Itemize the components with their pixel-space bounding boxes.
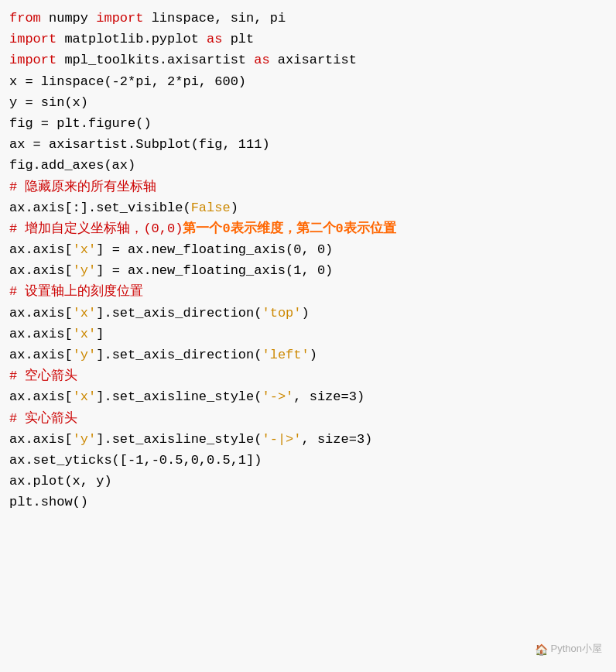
- code-line: ax = axisartist.Subplot(fig, 111): [9, 134, 607, 155]
- code-token: , size=3): [293, 389, 364, 404]
- code-token: 'y': [73, 348, 97, 362]
- code-token: 'y': [73, 432, 97, 447]
- code-line: import matplotlib.pyplot as plt: [9, 29, 607, 50]
- code-token: ax.plot(x, y): [9, 474, 112, 489]
- code-token: ax.axis[: [9, 327, 73, 341]
- code-line: ax.axis[:].set_visible(False): [9, 197, 607, 218]
- code-token: 'x': [73, 389, 97, 404]
- code-token: ]: [96, 327, 104, 341]
- code-token: ax.axis[: [9, 348, 73, 362]
- code-token: fig.add_axes(ax): [9, 158, 135, 173]
- code-token: # 增加自定义坐标轴，(0,0): [9, 221, 183, 236]
- code-token: plt.show(): [9, 495, 88, 509]
- watermark: 🏠 Python小屋: [535, 641, 602, 658]
- code-token: mpl_toolkits.axisartist: [56, 53, 254, 67]
- code-token: ): [231, 201, 238, 215]
- code-token: ].set_axis_direction(: [96, 306, 262, 321]
- code-line: ax.axis['y'].set_axisline_style('-|>', s…: [9, 429, 607, 450]
- code-line: from numpy import linspace, sin, pi: [9, 8, 607, 29]
- code-token: as: [207, 32, 222, 46]
- code-line: ax.axis['x'].set_axis_direction('top'): [9, 303, 607, 324]
- code-token: fig = plt.figure(): [9, 116, 152, 131]
- code-token: # 实心箭头: [9, 411, 77, 426]
- code-token: y = sin(x): [9, 95, 88, 110]
- code-line: ax.axis['x']: [9, 324, 607, 345]
- code-token: 'x': [73, 306, 97, 321]
- code-token: ax.set_yticks([-1,-0.5,0,0.5,1]): [9, 453, 262, 468]
- code-token: axisartist: [270, 53, 357, 67]
- code-token: ax = axisartist.Subplot(fig, 111): [9, 137, 270, 152]
- watermark-text: Python小屋: [551, 641, 602, 657]
- code-token: '->': [262, 389, 293, 404]
- code-token: plt: [222, 32, 254, 46]
- code-token: from: [9, 11, 41, 26]
- code-token: ax.axis[: [9, 242, 73, 257]
- code-line: fig.add_axes(ax): [9, 155, 607, 176]
- code-token: , size=3): [302, 432, 373, 447]
- code-line: # 设置轴上的刻度位置: [9, 281, 607, 302]
- code-token: ] = ax.new_floating_axis(1, 0): [96, 263, 333, 278]
- code-token: ].set_axis_direction(: [96, 348, 262, 362]
- code-token: matplotlib.pyplot: [56, 32, 207, 46]
- code-line: ax.axis['y'] = ax.new_floating_axis(1, 0…: [9, 260, 607, 281]
- code-token: # 空心箭头: [9, 369, 77, 383]
- code-line: y = sin(x): [9, 92, 607, 113]
- code-line: ax.plot(x, y): [9, 471, 607, 492]
- code-line: # 隐藏原来的所有坐标轴: [9, 177, 607, 197]
- code-token: ax.axis[: [9, 263, 73, 278]
- code-token: # 设置轴上的刻度位置: [9, 284, 143, 299]
- code-line: import mpl_toolkits.axisartist as axisar…: [9, 50, 607, 70]
- code-token: ax.axis[:].set_visible(: [9, 201, 191, 215]
- code-token: # 隐藏原来的所有坐标轴: [9, 180, 156, 194]
- code-container: from numpy import linspace, sin, piimpor…: [0, 0, 616, 672]
- code-token: ] = ax.new_floating_axis(0, 0): [96, 242, 333, 257]
- code-line: ax.axis['x'] = ax.new_floating_axis(0, 0…: [9, 239, 607, 260]
- code-token: 'left': [262, 348, 309, 362]
- code-token: numpy: [41, 11, 96, 26]
- code-token: ax.axis[: [9, 432, 73, 447]
- code-token: x = linspace(-2*pi, 2*pi, 600): [9, 74, 246, 89]
- code-line: ax.axis['y'].set_axis_direction('left'): [9, 345, 607, 365]
- code-token: import: [9, 53, 56, 67]
- code-token: import: [9, 32, 56, 46]
- code-line: # 增加自定义坐标轴，(0,0)第一个0表示维度，第二个0表示位置: [9, 218, 607, 239]
- code-token: ].set_axisline_style(: [96, 432, 262, 447]
- watermark-icon: 🏠: [535, 641, 548, 658]
- code-token: 'top': [262, 306, 301, 321]
- code-token: linspace, sin, pi: [143, 11, 286, 26]
- code-token: as: [254, 53, 269, 67]
- code-line: fig = plt.figure(): [9, 113, 607, 134]
- code-token: 'y': [73, 263, 97, 278]
- code-token: '-|>': [262, 432, 301, 447]
- code-line: ax.set_yticks([-1,-0.5,0,0.5,1]): [9, 450, 607, 471]
- code-line: # 空心箭头: [9, 365, 607, 386]
- code-token: ): [310, 348, 317, 362]
- code-block: from numpy import linspace, sin, piimpor…: [9, 8, 607, 513]
- code-token: False: [191, 201, 231, 215]
- code-token: 'x': [73, 242, 97, 257]
- code-token: 'x': [73, 327, 97, 341]
- code-line: ax.axis['x'].set_axisline_style('->', si…: [9, 386, 607, 407]
- code-line: plt.show(): [9, 492, 607, 513]
- code-token: ].set_axisline_style(: [96, 389, 262, 404]
- code-token: ): [302, 306, 310, 321]
- code-token: ax.axis[: [9, 306, 73, 321]
- code-line: x = linspace(-2*pi, 2*pi, 600): [9, 71, 607, 92]
- code-token: import: [96, 11, 143, 26]
- code-line: # 实心箭头: [9, 408, 607, 429]
- code-token: ax.axis[: [9, 389, 73, 404]
- code-token: 第一个0表示维度，第二个0表示位置: [183, 221, 395, 236]
